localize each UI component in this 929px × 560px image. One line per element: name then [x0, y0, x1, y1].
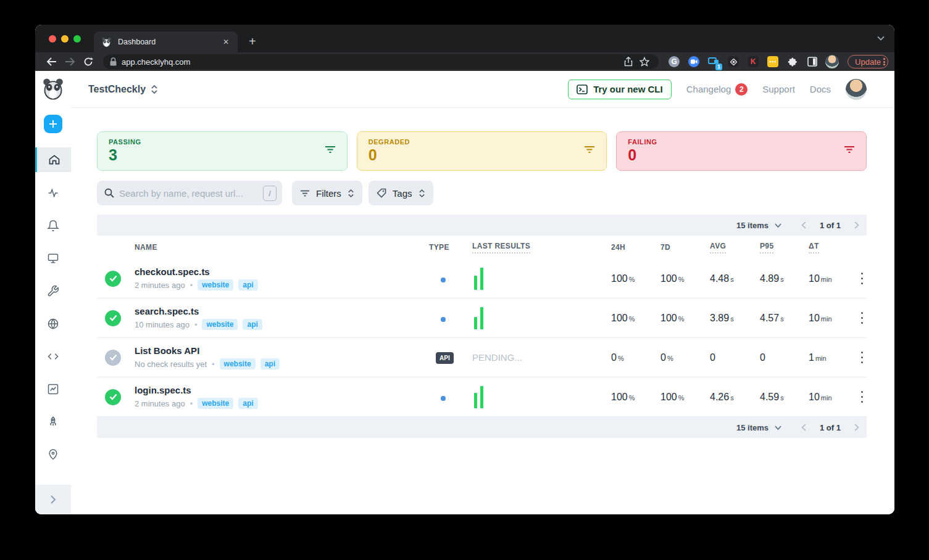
next-page-icon[interactable] [854, 221, 859, 229]
share-icon[interactable] [620, 54, 636, 69]
tag-website[interactable]: website [198, 279, 233, 290]
checkly-logo[interactable] [41, 77, 65, 101]
window-controls [49, 35, 81, 43]
sidebar-item-dashboards[interactable] [35, 246, 71, 271]
column-type[interactable]: TYPE [429, 243, 472, 252]
tag-website[interactable]: website [202, 319, 238, 330]
row-menu-icon[interactable] [857, 311, 867, 326]
sidebar-item-locations[interactable] [35, 442, 71, 467]
sidebar-item-maintenance[interactable] [35, 279, 71, 303]
column-7d[interactable]: 7D [660, 243, 710, 252]
prev-page-icon[interactable] [801, 424, 806, 431]
changelog-badge: 2 [735, 83, 748, 96]
last-results-bars[interactable] [472, 307, 611, 329]
notes-extension-icon[interactable]: ⋯ [765, 54, 781, 69]
grammarly-extension-icon[interactable]: G [666, 54, 682, 69]
zoom-window-button[interactable] [73, 35, 81, 43]
check-name[interactable]: List Books API [135, 345, 429, 356]
tag-api[interactable]: api [238, 398, 257, 409]
changelog-link[interactable]: Changelog 2 [686, 83, 748, 96]
tag-api[interactable]: api [243, 319, 262, 330]
items-per-page-select[interactable]: 15 items [736, 423, 781, 432]
docs-link[interactable]: Docs [810, 84, 831, 94]
screen-recorder-extension-icon[interactable]: 1 [706, 54, 722, 69]
browser-tab-dashboard[interactable]: Dashboard ✕ [94, 31, 238, 52]
search-box[interactable]: / [97, 181, 282, 205]
column-p95[interactable]: P95 [760, 242, 809, 253]
table-row[interactable]: checkout.spec.ts 2 minutes ago website a… [97, 259, 867, 299]
address-bar[interactable]: app.checklyhq.com [103, 54, 659, 69]
tab-strip: Dashboard ✕ + [35, 25, 894, 52]
tag-website[interactable]: website [220, 358, 256, 369]
page-indicator: 1 of 1 [820, 221, 841, 230]
try-cli-button[interactable]: Try our new CLI [568, 80, 672, 99]
passing-card[interactable]: PASSING 3 [97, 131, 348, 171]
filters-button[interactable]: Filters [292, 181, 362, 205]
browser-profile-avatar[interactable] [824, 54, 840, 69]
items-per-page-select[interactable]: 15 items [736, 221, 781, 230]
home-icon [48, 154, 60, 166]
column-last-results[interactable]: LAST RESULTS [472, 242, 611, 253]
failing-card[interactable]: FAILING 0 [616, 131, 867, 171]
column-avg[interactable]: AVG [710, 242, 760, 253]
sidebar-item-activity[interactable] [35, 181, 71, 205]
row-menu-icon[interactable] [857, 271, 867, 286]
last-results-bars[interactable] [472, 268, 611, 290]
column-name[interactable]: NAME [124, 243, 429, 252]
update-menu-icon[interactable] [883, 57, 885, 67]
sidebar-item-snippets[interactable] [35, 344, 71, 369]
check-interval: 10min [809, 313, 857, 324]
row-menu-icon[interactable] [857, 350, 867, 365]
bookmark-star-icon[interactable] [636, 54, 652, 69]
keeper-extension-icon[interactable]: K [745, 54, 761, 69]
back-button[interactable] [44, 54, 59, 69]
tag-api[interactable]: api [238, 279, 257, 290]
sidebar-expand-button[interactable] [35, 485, 71, 514]
chevron-right-icon [50, 495, 56, 504]
sidebar-item-launches[interactable] [35, 410, 71, 434]
filter-icon[interactable] [584, 146, 595, 153]
last-results-bars[interactable] [472, 386, 611, 408]
tab-search-chevron-icon[interactable] [877, 36, 885, 41]
reload-button[interactable] [81, 54, 96, 69]
pagination-bottom: 15 items 1 of 1 [97, 417, 867, 438]
close-window-button[interactable] [49, 35, 56, 43]
check-name[interactable]: checkout.spec.ts [135, 266, 429, 277]
success-24h: 100% [611, 392, 660, 403]
create-check-button[interactable] [44, 115, 62, 133]
check-name[interactable]: login.spec.ts [135, 385, 429, 395]
forward-button[interactable] [62, 54, 77, 69]
table-row[interactable]: search.spec.ts 10 minutes ago website ap… [97, 299, 867, 338]
side-panel-icon[interactable] [804, 54, 820, 69]
column-24h[interactable]: 24H [611, 243, 660, 252]
new-tab-button[interactable]: + [245, 35, 260, 49]
search-input[interactable] [119, 188, 258, 199]
row-menu-icon[interactable] [857, 390, 867, 405]
tab-close-icon[interactable]: ✕ [220, 36, 231, 47]
table-row[interactable]: List Books API No check results yet webs… [97, 338, 867, 377]
sidebar-item-alerts[interactable] [35, 213, 71, 238]
workspace-selector[interactable]: TestCheckly [88, 84, 158, 95]
sidebar-item-analytics[interactable] [35, 377, 71, 401]
tag-website[interactable]: website [198, 398, 233, 409]
check-name[interactable]: search.spec.ts [135, 306, 429, 316]
table-row[interactable]: login.spec.ts 2 minutes ago website api … [97, 377, 867, 417]
prev-page-icon[interactable] [801, 221, 806, 229]
stack-extension-icon[interactable] [725, 54, 741, 69]
minimize-window-button[interactable] [61, 35, 69, 43]
sidebar-item-home[interactable] [35, 147, 71, 172]
tag-api[interactable]: api [260, 358, 280, 369]
support-link[interactable]: Support [762, 84, 795, 94]
next-page-icon[interactable] [854, 424, 859, 431]
extensions-puzzle-icon[interactable] [785, 54, 801, 69]
degraded-card[interactable]: DEGRADED 0 [357, 131, 607, 171]
column-dt[interactable]: ΔT [809, 242, 857, 253]
user-avatar[interactable] [846, 79, 867, 100]
filter-icon[interactable] [325, 146, 336, 153]
tags-button[interactable]: Tags [369, 181, 433, 205]
check-last-run: 10 minutes ago [135, 320, 190, 329]
filter-icon[interactable] [844, 146, 855, 153]
sidebar-item-private-locations[interactable] [35, 311, 71, 336]
update-button[interactable]: Update [848, 55, 888, 68]
zoom-extension-icon[interactable] [686, 54, 702, 69]
